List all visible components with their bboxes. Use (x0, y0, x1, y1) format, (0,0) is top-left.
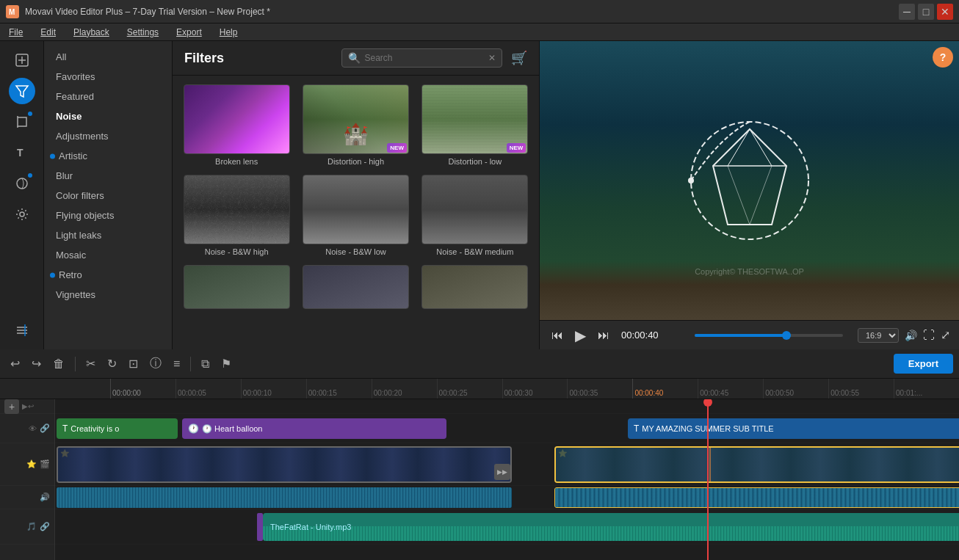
sidebar-item-artistic[interactable]: Artistic (44, 146, 172, 166)
next-frame-button[interactable]: ⏭ (595, 326, 612, 345)
wave-pattern-concert (57, 487, 512, 508)
filter-item-more-2[interactable] (300, 265, 410, 309)
audio-wave-label: 🔊 (0, 486, 54, 509)
filter-thumb-distortion-low: NEW (421, 84, 528, 154)
rotate-button[interactable]: ↻ (103, 354, 121, 374)
menu-export[interactable]: Export (173, 26, 205, 39)
ruler-mark-30: 00:00:30 (502, 379, 568, 399)
sidebar-item-noise[interactable]: Noise (44, 106, 172, 126)
minimize-button[interactable]: ─ (899, 4, 915, 20)
filter-item-noise-bw-high[interactable]: Noise - B&W high (181, 175, 292, 256)
sidebar-item-vignettes[interactable]: Vignettes (44, 285, 172, 305)
help-button[interactable]: ? (933, 47, 953, 68)
text-button[interactable]: T (9, 139, 35, 166)
info-button[interactable]: ⓘ (145, 353, 166, 374)
subtitle-clip-summer[interactable]: T MY AMAZING SUMMER SUB TITLE (628, 418, 959, 439)
badge-new-distortion-low: NEW (507, 142, 526, 152)
video-eye-icon[interactable]: ⭐ (26, 459, 37, 469)
sidebar-item-mosaic[interactable]: Mosaic (44, 245, 172, 265)
sidebar-item-blur[interactable]: Blur (44, 166, 172, 186)
filter-item-noise-bw-medium[interactable]: Noise - B&W medium (420, 175, 530, 256)
menu-playback[interactable]: Playback (70, 26, 112, 39)
ruler-mark-50: 00:00:50 (763, 379, 828, 399)
left-toolbar: T (0, 41, 44, 349)
filter-item-distortion-low[interactable]: NEW Distortion - low (420, 84, 530, 166)
flag-button[interactable]: ⚑ (217, 354, 236, 374)
transitions-button[interactable] (9, 170, 35, 197)
subtitle-clip-creativity[interactable]: T Creativity is o (57, 418, 178, 439)
subtitle-chain-icon[interactable]: 🔗 (40, 423, 50, 433)
toolbar-row: ↩ ↪ 🗑 ✂ ↻ ⊡ ⓘ ≡ ⧉ ⚑ Export (0, 349, 959, 379)
aspect-ratio-select[interactable]: 16:9 4:3 1:1 (858, 328, 899, 343)
menu-help[interactable]: Help (217, 26, 241, 39)
crop-tool-button[interactable]: ⊡ (124, 354, 142, 374)
search-input[interactable] (365, 53, 489, 63)
sidebar-item-featured[interactable]: Featured (44, 87, 172, 106)
redo-button[interactable]: ↪ (27, 354, 46, 374)
add-to-timeline-button[interactable] (9, 317, 35, 343)
filter-item-broken-lens[interactable]: Broken lens (181, 84, 292, 166)
titlebar: M Movavi Video Editor Plus – 7-Day Trial… (0, 0, 959, 23)
filter-categories: All Favorites Featured Noise Adjustments… (44, 41, 173, 349)
video-clip-concert[interactable]: ⭐ ▶▶ (57, 446, 512, 483)
sidebar-item-color-filters[interactable]: Color filters (44, 186, 172, 206)
filter-item-distortion-high[interactable]: NEW Distortion - high (300, 84, 410, 166)
clip-transition-icon[interactable]: ▶▶ (494, 464, 510, 480)
crop-button[interactable] (9, 109, 35, 135)
filters-button[interactable] (9, 78, 35, 104)
sidebar-item-favorites[interactable]: Favorites (44, 67, 172, 87)
filter-label-broken-lens: Broken lens (215, 157, 258, 166)
menu-file[interactable]: File (6, 26, 26, 39)
timeline-ruler[interactable]: 00:00:00 00:00:05 00:00:10 00:00:15 00:0… (0, 379, 959, 399)
expand-button[interactable]: ⛶ (923, 329, 935, 342)
fullscreen-button[interactable]: ⤢ (941, 328, 950, 342)
audio-button[interactable]: ≡ (169, 354, 184, 374)
subtitle-track-label: 👁 🔗 (0, 414, 54, 443)
sidebar-item-light-leaks[interactable]: Light leaks (44, 225, 172, 245)
export-button[interactable]: Export (894, 354, 953, 374)
menubar: File Edit Playback Settings Export Help (0, 23, 959, 41)
filter-thumb-distortion-high: NEW (303, 84, 409, 154)
cut-button[interactable]: ✂ (82, 354, 100, 374)
play-button[interactable]: ▶ (572, 324, 589, 347)
sidebar-item-adjustments[interactable]: Adjustments (44, 126, 172, 146)
svg-marker-5 (16, 86, 28, 97)
menu-edit[interactable]: Edit (37, 26, 59, 39)
pip-button[interactable]: ⧉ (197, 354, 214, 374)
volume-icon[interactable]: 🔊 (905, 330, 917, 341)
subtitle-clip-heart-balloon[interactable]: 🕐 🕐 Heart balloon (182, 418, 446, 439)
filter-item-noise-bw-low[interactable]: Noise - B&W low (300, 175, 410, 256)
text-icon-2: T (634, 423, 639, 434)
app-icon: M (6, 5, 19, 18)
time-display: 00:00:40 (621, 330, 680, 341)
add-media-button[interactable] (9, 47, 35, 73)
music-clip[interactable]: TheFatRat - Unity.mp3 (263, 513, 959, 541)
add-track-button[interactable]: + (4, 399, 19, 414)
filter-item-more-3[interactable] (420, 265, 530, 309)
delete-button[interactable]: 🗑 (48, 354, 69, 374)
close-button[interactable]: ✕ (937, 4, 953, 20)
filter-label-noise-bw-high: Noise - B&W high (205, 247, 269, 256)
search-clear-icon[interactable]: ✕ (488, 53, 496, 63)
undo-button[interactable]: ↩ (6, 354, 24, 374)
menu-settings[interactable]: Settings (124, 26, 162, 39)
video-clip-fish[interactable]: ⭐ (554, 446, 959, 483)
prev-frame-button[interactable]: ⏮ (549, 326, 566, 345)
subtitle-eye-icon[interactable]: 👁 (29, 424, 37, 433)
sidebar-item-retro[interactable]: Retro (44, 265, 172, 285)
progress-bar[interactable] (695, 334, 843, 337)
filter-item-more-1[interactable] (181, 265, 292, 309)
concert-frames (58, 448, 510, 481)
playhead (707, 399, 709, 560)
sidebar-item-all[interactable]: All (44, 47, 172, 67)
search-box[interactable]: 🔍 ✕ (341, 48, 503, 68)
sidebar-item-flying-objects[interactable]: Flying objects (44, 206, 172, 225)
ruler-mark-40: 00:00:40 (632, 379, 698, 399)
svg-rect-6 (18, 117, 26, 126)
settings-tool-button[interactable] (9, 201, 35, 228)
cart-icon[interactable]: 🛒 (511, 50, 527, 66)
ruler-mark-45: 00:00:45 (698, 379, 763, 399)
ruler-mark-10: 00:00:10 (241, 379, 306, 399)
toolbar-separator-1 (75, 357, 76, 371)
maximize-button[interactable]: □ (918, 4, 934, 20)
